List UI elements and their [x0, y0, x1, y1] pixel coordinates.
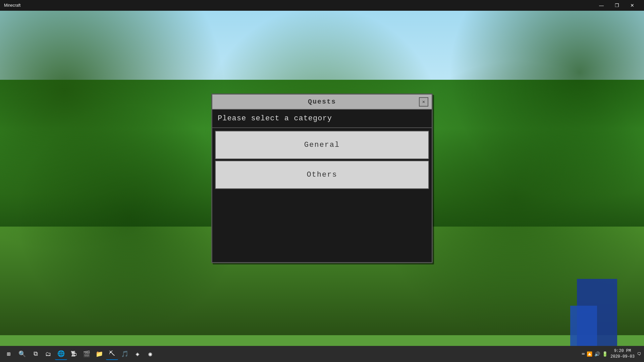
quest-overlay: Quests ✕ Please select a category Genera… — [0, 11, 644, 346]
quest-title-bar: Quests ✕ — [212, 95, 432, 110]
restore-button[interactable]: ❐ — [609, 0, 625, 11]
spotify-button[interactable]: 🎵 — [119, 348, 131, 360]
battery-icon[interactable]: 🔋 — [602, 351, 608, 357]
quest-body: General Others — [212, 128, 432, 262]
keyboard-icon[interactable]: ⌨ — [582, 351, 585, 357]
window-controls: — ❐ ✕ — [594, 0, 640, 11]
taskbar-right: ⌨ 🔼 🔊 🔋 9:20 PM 2020-09-03 🗨 — [582, 348, 641, 360]
minecraft-button[interactable]: ⛏ — [106, 348, 118, 360]
quest-dialog: Quests ✕ Please select a category Genera… — [211, 94, 433, 263]
category-general-button[interactable]: General — [215, 131, 429, 159]
taskbar-clock[interactable]: 9:20 PM 2020-09-03 — [610, 348, 635, 360]
filezip-button[interactable]: 🗜 — [68, 348, 80, 360]
title-bar: Minecraft — ❐ ✕ — [0, 0, 644, 11]
clock-date: 2020-09-03 — [610, 354, 635, 360]
media-button[interactable]: 🎬 — [80, 348, 93, 360]
explorer-button[interactable]: 🗂 — [42, 348, 54, 360]
search-button[interactable]: 🔍 — [16, 348, 28, 360]
notifications-icon[interactable]: 🗨 — [637, 352, 641, 357]
quest-prompt: Please select a category — [218, 114, 332, 123]
volume-icon[interactable]: 🔊 — [594, 351, 600, 357]
search-icon: 🔍 — [18, 350, 26, 358]
minimize-button[interactable]: — — [594, 0, 609, 11]
network-icon[interactable]: 🔼 — [587, 351, 592, 357]
quest-title: Quests — [308, 98, 336, 106]
folder-button[interactable]: 📁 — [93, 348, 105, 360]
start-icon: ⊞ — [7, 350, 11, 358]
quest-close-button[interactable]: ✕ — [419, 97, 428, 107]
start-button[interactable]: ⊞ — [3, 348, 15, 360]
category-others-button[interactable]: Others — [215, 161, 429, 189]
taskbar-system-icons: ⌨ 🔼 🔊 🔋 — [582, 351, 608, 357]
taskbar-icons-group: ⧉ 🗂 🌐 🗜 🎬 📁 ⛏ 🎵 ◈ ◉ — [30, 348, 156, 360]
taskbar: ⊞ 🔍 ⧉ 🗂 🌐 🗜 🎬 📁 ⛏ 🎵 ◈ ◉ ⌨ 🔼 🔊 🔋 9:20 PM … — [0, 346, 644, 362]
close-button[interactable]: ✕ — [625, 0, 640, 11]
taskview-button[interactable]: ⧉ — [30, 348, 42, 360]
app2-button[interactable]: ◉ — [144, 348, 156, 360]
clock-time: 9:20 PM — [610, 348, 635, 354]
window-title: Minecraft — [4, 3, 20, 8]
quest-header: Please select a category — [212, 110, 432, 128]
chrome-button[interactable]: 🌐 — [55, 348, 67, 360]
app1-button[interactable]: ◈ — [131, 348, 144, 360]
